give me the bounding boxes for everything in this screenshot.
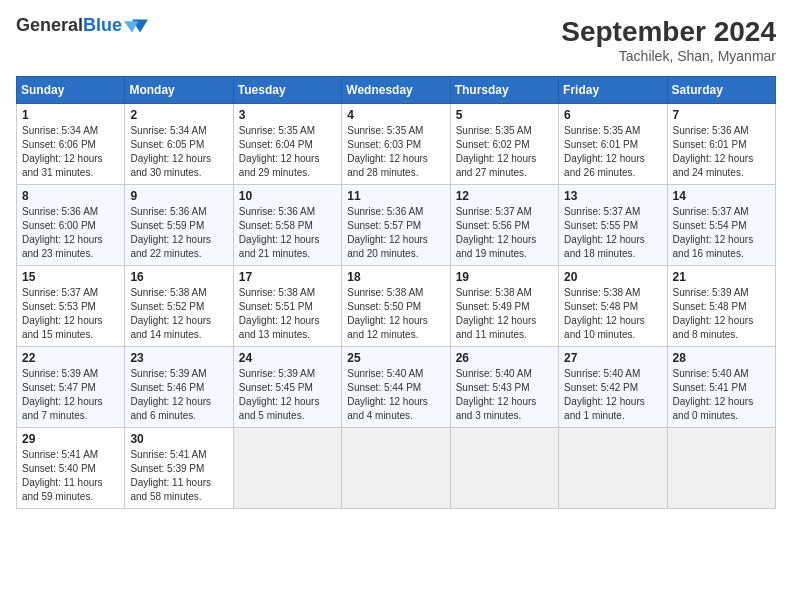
day-info: Sunrise: 5:38 AMSunset: 5:48 PMDaylight:… xyxy=(564,286,661,342)
day-info: Sunrise: 5:40 AMSunset: 5:42 PMDaylight:… xyxy=(564,367,661,423)
day-info: Sunrise: 5:41 AMSunset: 5:39 PMDaylight:… xyxy=(130,448,227,504)
calendar-cell: 17Sunrise: 5:38 AMSunset: 5:51 PMDayligh… xyxy=(233,266,341,347)
calendar-cell: 24Sunrise: 5:39 AMSunset: 5:45 PMDayligh… xyxy=(233,347,341,428)
day-info: Sunrise: 5:37 AMSunset: 5:54 PMDaylight:… xyxy=(673,205,770,261)
day-number: 23 xyxy=(130,351,227,365)
day-number: 12 xyxy=(456,189,553,203)
day-info: Sunrise: 5:40 AMSunset: 5:44 PMDaylight:… xyxy=(347,367,444,423)
day-number: 6 xyxy=(564,108,661,122)
day-number: 19 xyxy=(456,270,553,284)
day-info: Sunrise: 5:38 AMSunset: 5:50 PMDaylight:… xyxy=(347,286,444,342)
day-of-week-header: Thursday xyxy=(450,77,558,104)
calendar-cell xyxy=(233,428,341,509)
day-of-week-header: Wednesday xyxy=(342,77,450,104)
calendar-cell: 21Sunrise: 5:39 AMSunset: 5:48 PMDayligh… xyxy=(667,266,775,347)
day-info: Sunrise: 5:37 AMSunset: 5:55 PMDaylight:… xyxy=(564,205,661,261)
day-info: Sunrise: 5:36 AMSunset: 5:57 PMDaylight:… xyxy=(347,205,444,261)
day-info: Sunrise: 5:38 AMSunset: 5:51 PMDaylight:… xyxy=(239,286,336,342)
day-number: 7 xyxy=(673,108,770,122)
day-number: 30 xyxy=(130,432,227,446)
day-info: Sunrise: 5:39 AMSunset: 5:45 PMDaylight:… xyxy=(239,367,336,423)
day-number: 14 xyxy=(673,189,770,203)
calendar-cell: 29Sunrise: 5:41 AMSunset: 5:40 PMDayligh… xyxy=(17,428,125,509)
calendar-cell: 13Sunrise: 5:37 AMSunset: 5:55 PMDayligh… xyxy=(559,185,667,266)
day-number: 9 xyxy=(130,189,227,203)
day-number: 24 xyxy=(239,351,336,365)
day-info: Sunrise: 5:37 AMSunset: 5:53 PMDaylight:… xyxy=(22,286,119,342)
calendar-week-row: 29Sunrise: 5:41 AMSunset: 5:40 PMDayligh… xyxy=(17,428,776,509)
calendar-cell xyxy=(450,428,558,509)
calendar-table: SundayMondayTuesdayWednesdayThursdayFrid… xyxy=(16,76,776,509)
day-of-week-header: Saturday xyxy=(667,77,775,104)
calendar-cell: 14Sunrise: 5:37 AMSunset: 5:54 PMDayligh… xyxy=(667,185,775,266)
logo: GeneralBlue xyxy=(16,16,148,36)
day-number: 21 xyxy=(673,270,770,284)
day-number: 29 xyxy=(22,432,119,446)
calendar-cell: 9Sunrise: 5:36 AMSunset: 5:59 PMDaylight… xyxy=(125,185,233,266)
day-info: Sunrise: 5:39 AMSunset: 5:47 PMDaylight:… xyxy=(22,367,119,423)
day-number: 3 xyxy=(239,108,336,122)
day-info: Sunrise: 5:39 AMSunset: 5:46 PMDaylight:… xyxy=(130,367,227,423)
calendar-cell: 3Sunrise: 5:35 AMSunset: 6:04 PMDaylight… xyxy=(233,104,341,185)
title-block: September 2024 Tachilek, Shan, Myanmar xyxy=(561,16,776,64)
page-header: GeneralBlue September 2024 Tachilek, Sha… xyxy=(16,16,776,64)
day-number: 27 xyxy=(564,351,661,365)
day-number: 25 xyxy=(347,351,444,365)
day-info: Sunrise: 5:36 AMSunset: 5:59 PMDaylight:… xyxy=(130,205,227,261)
calendar-cell: 23Sunrise: 5:39 AMSunset: 5:46 PMDayligh… xyxy=(125,347,233,428)
calendar-cell: 27Sunrise: 5:40 AMSunset: 5:42 PMDayligh… xyxy=(559,347,667,428)
day-number: 11 xyxy=(347,189,444,203)
day-info: Sunrise: 5:38 AMSunset: 5:52 PMDaylight:… xyxy=(130,286,227,342)
day-number: 8 xyxy=(22,189,119,203)
calendar-cell: 20Sunrise: 5:38 AMSunset: 5:48 PMDayligh… xyxy=(559,266,667,347)
location: Tachilek, Shan, Myanmar xyxy=(561,48,776,64)
calendar-cell: 18Sunrise: 5:38 AMSunset: 5:50 PMDayligh… xyxy=(342,266,450,347)
calendar-cell xyxy=(667,428,775,509)
calendar-cell: 22Sunrise: 5:39 AMSunset: 5:47 PMDayligh… xyxy=(17,347,125,428)
calendar-cell: 8Sunrise: 5:36 AMSunset: 6:00 PMDaylight… xyxy=(17,185,125,266)
day-of-week-header: Sunday xyxy=(17,77,125,104)
day-number: 17 xyxy=(239,270,336,284)
calendar-cell: 6Sunrise: 5:35 AMSunset: 6:01 PMDaylight… xyxy=(559,104,667,185)
calendar-cell: 10Sunrise: 5:36 AMSunset: 5:58 PMDayligh… xyxy=(233,185,341,266)
day-info: Sunrise: 5:40 AMSunset: 5:41 PMDaylight:… xyxy=(673,367,770,423)
calendar-week-row: 22Sunrise: 5:39 AMSunset: 5:47 PMDayligh… xyxy=(17,347,776,428)
day-info: Sunrise: 5:40 AMSunset: 5:43 PMDaylight:… xyxy=(456,367,553,423)
day-number: 15 xyxy=(22,270,119,284)
calendar-cell: 12Sunrise: 5:37 AMSunset: 5:56 PMDayligh… xyxy=(450,185,558,266)
day-info: Sunrise: 5:37 AMSunset: 5:56 PMDaylight:… xyxy=(456,205,553,261)
logo-icon xyxy=(124,18,148,34)
calendar-week-row: 8Sunrise: 5:36 AMSunset: 6:00 PMDaylight… xyxy=(17,185,776,266)
calendar-cell xyxy=(559,428,667,509)
day-number: 26 xyxy=(456,351,553,365)
logo-text: GeneralBlue xyxy=(16,16,122,36)
day-number: 22 xyxy=(22,351,119,365)
day-info: Sunrise: 5:38 AMSunset: 5:49 PMDaylight:… xyxy=(456,286,553,342)
day-number: 4 xyxy=(347,108,444,122)
day-info: Sunrise: 5:35 AMSunset: 6:03 PMDaylight:… xyxy=(347,124,444,180)
day-number: 28 xyxy=(673,351,770,365)
day-info: Sunrise: 5:35 AMSunset: 6:04 PMDaylight:… xyxy=(239,124,336,180)
calendar-cell: 26Sunrise: 5:40 AMSunset: 5:43 PMDayligh… xyxy=(450,347,558,428)
calendar-cell: 2Sunrise: 5:34 AMSunset: 6:05 PMDaylight… xyxy=(125,104,233,185)
day-of-week-header: Tuesday xyxy=(233,77,341,104)
day-number: 20 xyxy=(564,270,661,284)
day-info: Sunrise: 5:35 AMSunset: 6:02 PMDaylight:… xyxy=(456,124,553,180)
day-number: 16 xyxy=(130,270,227,284)
day-number: 5 xyxy=(456,108,553,122)
calendar-cell: 16Sunrise: 5:38 AMSunset: 5:52 PMDayligh… xyxy=(125,266,233,347)
calendar-cell xyxy=(342,428,450,509)
calendar-cell: 11Sunrise: 5:36 AMSunset: 5:57 PMDayligh… xyxy=(342,185,450,266)
calendar-cell: 5Sunrise: 5:35 AMSunset: 6:02 PMDaylight… xyxy=(450,104,558,185)
calendar-week-row: 15Sunrise: 5:37 AMSunset: 5:53 PMDayligh… xyxy=(17,266,776,347)
day-info: Sunrise: 5:36 AMSunset: 5:58 PMDaylight:… xyxy=(239,205,336,261)
day-number: 18 xyxy=(347,270,444,284)
calendar-cell: 19Sunrise: 5:38 AMSunset: 5:49 PMDayligh… xyxy=(450,266,558,347)
day-of-week-header: Friday xyxy=(559,77,667,104)
day-info: Sunrise: 5:34 AMSunset: 6:06 PMDaylight:… xyxy=(22,124,119,180)
day-number: 1 xyxy=(22,108,119,122)
month-title: September 2024 xyxy=(561,16,776,48)
calendar-header-row: SundayMondayTuesdayWednesdayThursdayFrid… xyxy=(17,77,776,104)
day-info: Sunrise: 5:36 AMSunset: 6:01 PMDaylight:… xyxy=(673,124,770,180)
calendar-cell: 25Sunrise: 5:40 AMSunset: 5:44 PMDayligh… xyxy=(342,347,450,428)
